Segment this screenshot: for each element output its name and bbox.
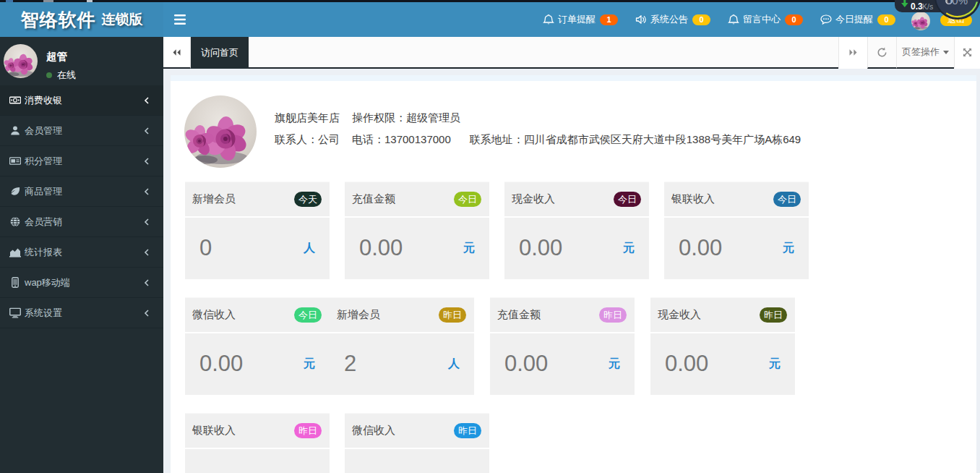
logout-button[interactable]: 退出: [940, 14, 972, 26]
sidebar-item-label: 会员管理: [25, 124, 62, 137]
notification-count-badge: 0: [692, 14, 710, 25]
navbar-item-label: 系统公告: [650, 13, 688, 26]
navbar-user-avatar[interactable]: [911, 12, 930, 30]
stat-card-header: 银联收入 今日: [664, 182, 809, 218]
tab-home[interactable]: 访问首页: [191, 37, 249, 69]
stat-card-title: 银联收入: [671, 192, 715, 206]
chevron-left-icon: [143, 218, 150, 226]
money-icon: [9, 95, 21, 106]
volume-icon: [635, 14, 647, 25]
stat-card-period-badge: 昨日: [454, 423, 481, 438]
sidebar-user-panel: 超管 在线: [0, 37, 163, 85]
stat-card-title: 充值金额: [497, 308, 541, 322]
stat-card-header: 充值金额 今日: [345, 182, 489, 218]
stat-card: 现金收入 昨日 0.00 元: [650, 297, 795, 395]
leaf-icon: [9, 186, 21, 197]
stat-card-body: 0.00 元: [504, 218, 649, 278]
stat-card-body: 0.00 元: [345, 218, 489, 278]
stat-card: 新增会员 昨日 2 人: [330, 297, 474, 395]
dashboard-panel: 旗舰店美年店操作权限：超级管理员 联系人：公司电话：13700137000联系地…: [171, 75, 976, 473]
stat-card-unit: 元: [463, 241, 475, 256]
store-address: 联系地址：四川省成都市武侯区天府大道中段1388号美年广场A栋649: [470, 133, 801, 145]
stat-card: 现金收入 今日 0.00 元: [504, 182, 649, 279]
chevron-left-icon: [143, 158, 150, 165]
tab-refresh-button[interactable]: [867, 37, 896, 69]
navbar-item-label: 留言中心: [743, 13, 781, 26]
stat-card-header: 现金收入 今日: [504, 182, 649, 218]
comment-icon: [820, 14, 832, 25]
tabs-scroll-left-button[interactable]: [163, 37, 191, 69]
stat-card: 微信收入 今日 0.00 元: [185, 297, 330, 395]
double-chevron-left-icon: [171, 48, 182, 56]
stat-card-period-badge: 今日: [294, 307, 322, 323]
sidebar-item-mobile[interactable]: wap移动端: [0, 268, 163, 298]
roses-avatar-image: [184, 95, 257, 168]
main-area: 访问首页 页签操作 旗舰店美年店操作权限：超级管理员: [163, 37, 980, 473]
stat-card-title: 新增会员: [337, 308, 380, 322]
double-chevron-right-icon: [848, 48, 859, 56]
navbar-item-bell-0[interactable]: 订单提醒 1: [534, 2, 627, 37]
app-logo[interactable]: 智络软件 连锁版: [0, 2, 163, 37]
user-avatar[interactable]: [4, 44, 38, 78]
chevron-left-icon: [143, 249, 150, 256]
navbar-item-volume-1[interactable]: 系统公告 0: [627, 2, 719, 37]
sidebar-item-label: 系统设置: [25, 307, 62, 320]
panel-top-strip: [171, 75, 976, 81]
tab-actions-dropdown[interactable]: 页签操作: [896, 37, 954, 69]
navbar-item-comment-3[interactable]: 今日提醒 0: [812, 2, 904, 37]
user-icon: [9, 125, 21, 136]
sidebar-item-globe[interactable]: 会员营销: [0, 207, 163, 237]
sidebar-item-chart[interactable]: 统计报表: [0, 237, 163, 268]
stat-card-period-badge: 昨日: [294, 423, 322, 438]
chart-icon: [9, 247, 21, 257]
stat-card-value: 0: [199, 235, 212, 261]
hamburger-icon: [174, 14, 186, 25]
notification-count-badge: 1: [600, 14, 618, 25]
refresh-icon: [877, 47, 887, 58]
sidebar-item-label: 消费收银: [25, 94, 62, 107]
stat-card-value: 0.00: [359, 235, 403, 261]
stat-card-value: 0.00: [679, 235, 722, 261]
card-icon: [9, 155, 21, 166]
stat-card-body: 2 人: [330, 333, 474, 394]
store-info-section: 旗舰店美年店操作权限：超级管理员 联系人：公司电话：13700137000联系地…: [171, 81, 976, 168]
tab-bar: 访问首页 页签操作: [163, 37, 980, 69]
sidebar-toggle-button[interactable]: [163, 2, 197, 37]
globe-icon: [9, 216, 21, 227]
stat-card-unit: 人: [304, 241, 315, 256]
online-status-label: 在线: [57, 69, 76, 82]
navbar-item-label: 订单提醒: [558, 13, 596, 26]
fullscreen-button[interactable]: [954, 37, 980, 69]
brand-edition: 连锁版: [102, 10, 143, 29]
store-avatar: [184, 95, 257, 168]
stat-card-value: 0.00: [504, 351, 548, 377]
sidebar-item-label: 商品管理: [25, 185, 62, 198]
stat-card-title: 银联收入: [192, 424, 236, 438]
sidebar-item-card[interactable]: 积分管理: [0, 146, 163, 176]
stat-card-period-badge: 今日: [454, 192, 481, 207]
sidebar-item-money[interactable]: 消费收银: [0, 85, 163, 116]
sidebar-item-user[interactable]: 会员管理: [0, 116, 163, 146]
notification-count-badge: 0: [877, 14, 895, 25]
stat-card-period-badge: 今天: [294, 192, 322, 207]
stat-card-body: 0.00 元: [490, 333, 635, 394]
stat-card-period-badge: 今日: [614, 192, 641, 207]
online-status-dot: [46, 72, 52, 78]
stat-card-header: 微信收入 今日: [185, 298, 330, 333]
sidebar-item-leaf[interactable]: 商品管理: [0, 176, 163, 207]
sidebar-item-label: 会员营销: [25, 216, 62, 229]
store-name: 旗舰店美年店: [275, 111, 340, 124]
mobile-icon: [9, 277, 21, 288]
brand-name: 智络软件: [21, 8, 96, 32]
stat-card-header: 银联收入 昨日: [185, 414, 330, 449]
stat-card-period-badge: 今日: [773, 192, 801, 207]
stat-card: 新增会员 今天 0 人: [185, 182, 330, 279]
navbar-item-bell-2[interactable]: 留言中心 0: [719, 2, 812, 37]
stat-card: 银联收入 今日 0.00 元: [664, 182, 809, 279]
user-name: 超管: [46, 50, 76, 64]
sidebar-item-desktop[interactable]: 系统设置: [0, 298, 163, 328]
roses-avatar-image: [4, 44, 38, 78]
tabs-scroll-right-button[interactable]: [838, 37, 867, 69]
notification-count-badge: 0: [785, 14, 803, 25]
store-contact: 联系人：公司: [275, 133, 340, 145]
